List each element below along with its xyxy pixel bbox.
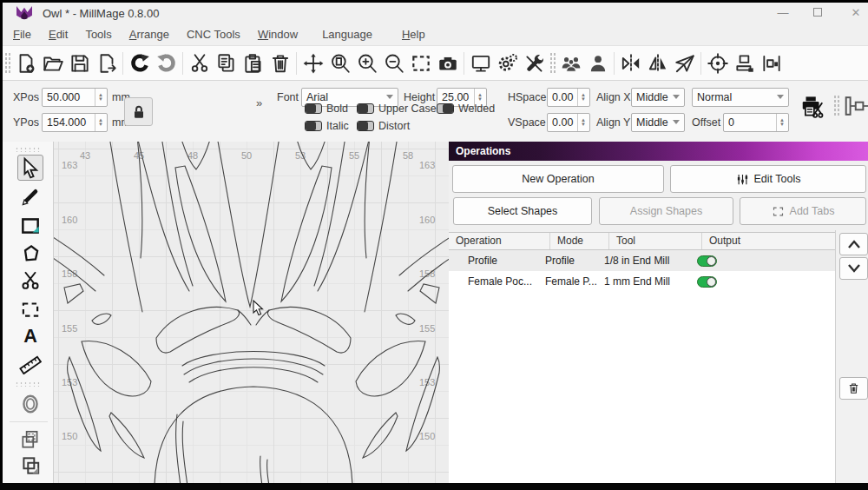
machine-tools-button[interactable] <box>521 50 548 77</box>
toolbar-grip[interactable] <box>549 52 556 75</box>
toolbar-grip[interactable] <box>833 95 839 117</box>
user-button[interactable] <box>584 50 611 77</box>
bold-toggle-row: Bold <box>305 103 348 115</box>
pan-button[interactable] <box>299 50 326 77</box>
xpos-label: XPos <box>13 88 39 107</box>
operation-row[interactable]: Female Poc... Female P... 1 mm End Mill <box>449 271 835 292</box>
send-plane-button[interactable] <box>671 50 698 77</box>
menu-cnc-tools[interactable]: CNC Tools <box>178 28 249 41</box>
menu-arrange[interactable]: Arrange <box>121 28 178 41</box>
cut-button[interactable] <box>186 50 213 77</box>
col-header-mode[interactable]: Mode <box>550 233 609 249</box>
bold-label: Bold <box>326 103 348 115</box>
menu-language[interactable]: Language <box>313 28 381 41</box>
delete-operation-button[interactable] <box>839 377 868 400</box>
mouse-cursor <box>253 300 265 317</box>
flip-horizontal-button[interactable] <box>617 50 644 77</box>
vspace-input[interactable]: 0.00▲▼ <box>547 113 590 132</box>
hspace-input[interactable]: 0.00▲▼ <box>547 88 590 107</box>
operation-row[interactable]: Profile Profile 1/8 in End Mill <box>449 250 835 271</box>
assign-shapes-button[interactable]: Assign Shapes <box>599 197 733 225</box>
boolean-union-tool[interactable] <box>17 427 43 453</box>
node-marquee-tool[interactable] <box>17 296 43 322</box>
distribute-button[interactable] <box>758 50 785 77</box>
move-down-button[interactable] <box>839 257 868 280</box>
toolbar-separator <box>464 52 464 75</box>
new-file-button[interactable] <box>12 50 39 77</box>
align-y-select[interactable]: Middle <box>631 113 685 132</box>
stamp-align-button[interactable] <box>731 50 758 77</box>
sidebar-grip[interactable] <box>15 381 41 387</box>
offset-input[interactable]: 0▲▼ <box>723 113 789 132</box>
export-file-button[interactable] <box>93 50 120 77</box>
sidebar-grip[interactable] <box>15 147 41 152</box>
hspace-label: HSpace <box>508 88 546 107</box>
col-header-output[interactable]: Output <box>702 233 835 249</box>
select-tool[interactable] <box>17 155 43 181</box>
copy-button[interactable] <box>213 50 240 77</box>
align-x-select[interactable]: Middle <box>631 88 685 107</box>
minimize-button[interactable]: — <box>774 4 792 22</box>
delete-button[interactable] <box>266 50 293 77</box>
cut-path-tool[interactable] <box>17 268 43 294</box>
settings-button[interactable] <box>494 50 521 77</box>
open-file-button[interactable] <box>39 50 66 77</box>
upper-case-toggle[interactable] <box>357 103 374 114</box>
italic-toggle[interactable] <box>305 121 322 131</box>
menu-help[interactable]: Help <box>393 28 434 41</box>
welded-toggle[interactable] <box>437 103 454 114</box>
select-shapes-button[interactable]: Select Shapes <box>453 197 592 225</box>
offset-ring-tool[interactable] <box>17 391 43 417</box>
menu-window[interactable]: Window <box>249 28 306 41</box>
zoom-in-button[interactable] <box>353 50 380 77</box>
paste-button[interactable] <box>240 50 266 77</box>
align-y-label: Align Y <box>596 113 630 132</box>
polygon-tool[interactable] <box>17 241 43 267</box>
menu-edit[interactable]: Edit <box>40 28 76 41</box>
operations-panel-title[interactable]: Operations <box>449 142 868 161</box>
italic-label: Italic <box>326 120 349 132</box>
col-header-tool[interactable]: Tool <box>609 233 702 249</box>
redo-button[interactable] <box>153 50 180 77</box>
zoom-out-button[interactable] <box>380 50 407 77</box>
text-tool[interactable]: A <box>17 322 43 348</box>
target-origin-button[interactable] <box>704 50 731 77</box>
new-operation-button[interactable]: New Operation <box>452 165 664 193</box>
maximize-button[interactable] <box>809 4 826 22</box>
ruler-icon <box>19 352 42 374</box>
toolbar-grip[interactable] <box>4 52 10 75</box>
add-tabs-button[interactable]: Add Tabs <box>740 197 866 225</box>
rectangle-tool[interactable] <box>17 213 43 239</box>
display-button[interactable] <box>467 50 494 77</box>
design-canvas[interactable]: 43 45 48 50 53 55 58 163 160 158 155 153… <box>54 142 449 483</box>
bold-toggle[interactable] <box>305 103 322 114</box>
workspace: A 43 45 48 50 53 55 58 <box>3 142 868 483</box>
print-cut-button[interactable] <box>799 93 825 122</box>
move-up-button[interactable] <box>839 233 868 255</box>
distort-toggle[interactable] <box>357 121 374 131</box>
xpos-input[interactable]: 50.000▲▼ <box>42 88 108 107</box>
output-toggle[interactable] <box>697 276 717 288</box>
boolean-subtract-tool[interactable] <box>17 453 43 479</box>
overflow-chevron[interactable]: » <box>256 96 262 109</box>
draw-pencil-tool[interactable] <box>17 184 43 210</box>
mirror-vertical-button[interactable] <box>644 50 671 77</box>
save-file-button[interactable] <box>66 50 93 77</box>
style-select[interactable]: Normal <box>692 88 789 107</box>
select-arrow-icon <box>19 156 42 179</box>
lock-ratio-button[interactable] <box>124 97 153 126</box>
users-group-button[interactable] <box>557 50 584 77</box>
menu-tools[interactable]: Tools <box>76 28 120 41</box>
menu-file[interactable]: File <box>4 28 40 41</box>
screenshot-button[interactable] <box>434 50 461 77</box>
measure-tool[interactable] <box>17 350 43 376</box>
close-button[interactable]: ✕ <box>847 4 865 22</box>
edit-tools-button[interactable]: Edit Tools <box>670 165 866 193</box>
ypos-input[interactable]: 154.000▲▼ <box>42 113 108 132</box>
marquee-select-button[interactable] <box>407 50 434 77</box>
align-edge-button[interactable] <box>843 93 868 122</box>
undo-button[interactable] <box>126 50 153 77</box>
col-header-operation[interactable]: Operation <box>449 233 550 249</box>
zoom-fit-button[interactable] <box>326 50 353 77</box>
output-toggle[interactable] <box>697 255 717 267</box>
